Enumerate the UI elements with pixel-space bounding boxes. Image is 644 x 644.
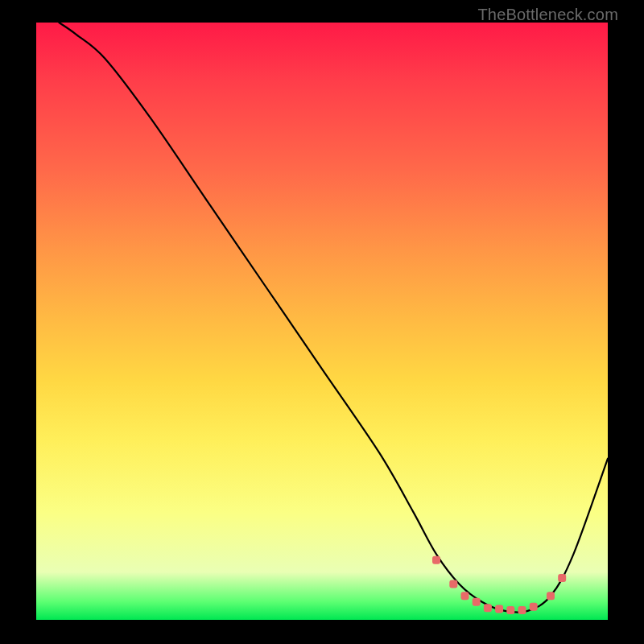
curve-marker	[461, 592, 469, 600]
watermark-text: TheBottleneck.com	[477, 6, 618, 24]
stage: TheBottleneck.com	[0, 0, 644, 644]
bottleneck-curve	[59, 23, 608, 613]
curve-marker	[530, 603, 538, 611]
curve-marker	[506, 606, 514, 614]
curve-marker	[449, 580, 457, 588]
curve-marker	[473, 598, 481, 606]
curve-marker	[547, 592, 555, 600]
curve-marker	[484, 604, 492, 612]
curve-marker	[518, 606, 526, 614]
curve-marker	[558, 574, 566, 582]
plot-area	[36, 23, 608, 620]
curve-marker	[495, 605, 503, 613]
chart-svg	[36, 23, 608, 620]
marker-group	[432, 556, 566, 614]
curve-marker	[432, 556, 440, 564]
